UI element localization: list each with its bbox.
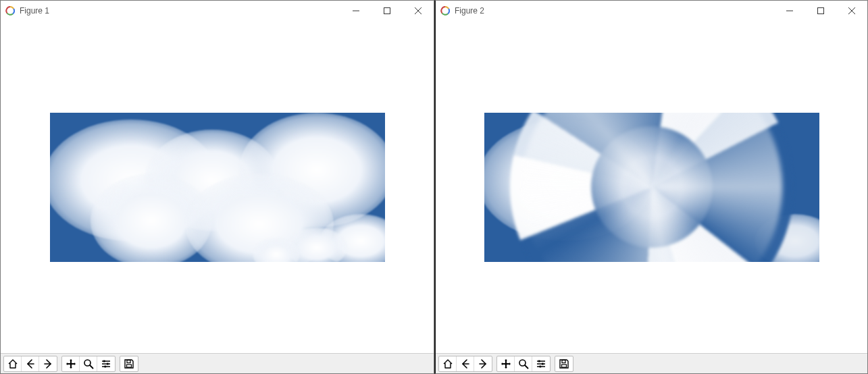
matplotlib-icon bbox=[440, 5, 451, 16]
arrow-right-icon bbox=[43, 358, 53, 369]
toolbar-group-nav bbox=[438, 356, 492, 372]
svg-rect-5 bbox=[105, 365, 107, 367]
zoom-button[interactable] bbox=[515, 356, 532, 371]
arrow-left-icon bbox=[460, 358, 471, 369]
home-icon bbox=[442, 358, 453, 369]
toolbar-group-view bbox=[496, 356, 551, 372]
swirl-highlight bbox=[501, 113, 803, 262]
window-title: Figure 2 bbox=[455, 6, 774, 16]
home-button[interactable] bbox=[4, 356, 22, 371]
plot-canvas[interactable] bbox=[1, 21, 434, 353]
clouds-image bbox=[50, 113, 385, 262]
maximize-button[interactable] bbox=[805, 1, 836, 21]
svg-rect-7 bbox=[127, 365, 132, 367]
matplotlib-icon bbox=[5, 5, 16, 16]
titlebar[interactable]: Figure 1 bbox=[1, 1, 434, 21]
maximize-button[interactable] bbox=[372, 1, 403, 21]
back-button[interactable] bbox=[457, 356, 474, 371]
zoom-icon bbox=[83, 358, 94, 369]
svg-rect-9 bbox=[818, 8, 824, 14]
forward-button[interactable] bbox=[474, 356, 492, 371]
nav-toolbar bbox=[1, 353, 434, 373]
svg-rect-13 bbox=[540, 365, 542, 367]
zoom-button[interactable] bbox=[80, 356, 97, 371]
save-icon bbox=[559, 358, 569, 369]
sliders-icon bbox=[101, 358, 111, 369]
window-title: Figure 1 bbox=[20, 6, 340, 16]
move-icon bbox=[501, 358, 511, 369]
minimize-button[interactable] bbox=[340, 1, 372, 21]
titlebar[interactable]: Figure 2 bbox=[436, 1, 867, 21]
forward-button[interactable] bbox=[39, 356, 57, 371]
back-button[interactable] bbox=[22, 356, 39, 371]
window-buttons bbox=[774, 1, 867, 21]
home-icon bbox=[7, 358, 18, 369]
svg-rect-11 bbox=[538, 360, 540, 362]
nav-toolbar bbox=[436, 353, 867, 373]
svg-rect-3 bbox=[103, 360, 105, 362]
pan-button[interactable] bbox=[497, 356, 515, 371]
toolbar-group-nav bbox=[3, 356, 57, 372]
toolbar-group-save bbox=[555, 356, 573, 372]
svg-rect-12 bbox=[542, 363, 544, 365]
svg-rect-1 bbox=[384, 8, 390, 14]
svg-rect-6 bbox=[127, 360, 130, 363]
svg-rect-15 bbox=[562, 365, 567, 367]
arrow-right-icon bbox=[478, 358, 488, 369]
config-button[interactable] bbox=[532, 356, 550, 371]
save-button[interactable] bbox=[555, 356, 573, 371]
move-icon bbox=[66, 358, 76, 369]
figure-window-1: Figure 1 bbox=[0, 0, 434, 374]
zoom-icon bbox=[518, 358, 529, 369]
svg-rect-14 bbox=[562, 360, 565, 363]
toolbar-group-view bbox=[61, 356, 116, 372]
plot-canvas[interactable] bbox=[436, 21, 867, 353]
close-button[interactable] bbox=[836, 1, 867, 21]
save-icon bbox=[124, 358, 134, 369]
close-button[interactable] bbox=[403, 1, 434, 21]
home-button[interactable] bbox=[439, 356, 457, 371]
figure-window-2: Figure 2 bbox=[434, 0, 868, 374]
minimize-button[interactable] bbox=[774, 1, 805, 21]
sliders-icon bbox=[536, 358, 546, 369]
pan-button[interactable] bbox=[62, 356, 80, 371]
toolbar-group-save bbox=[120, 356, 138, 372]
arrow-left-icon bbox=[25, 358, 36, 369]
svg-rect-4 bbox=[107, 363, 109, 365]
window-buttons bbox=[340, 1, 434, 21]
swirled-clouds-image bbox=[484, 113, 819, 262]
config-button[interactable] bbox=[97, 356, 115, 371]
save-button[interactable] bbox=[120, 356, 138, 371]
